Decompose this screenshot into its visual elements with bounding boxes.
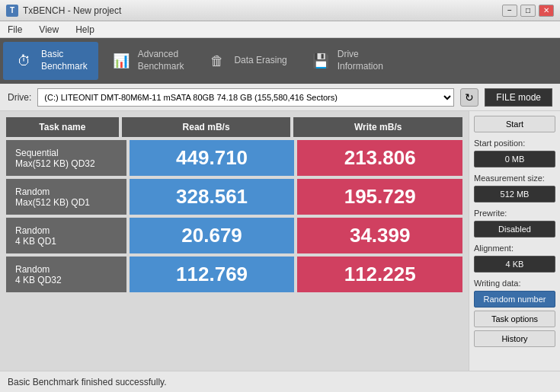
- advanced-benchmark-icon: 📊: [110, 50, 132, 72]
- menu-file[interactable]: File: [3, 23, 27, 37]
- maximize-button[interactable]: □: [520, 5, 536, 17]
- row3-read: 20.679: [130, 218, 295, 253]
- toolbar-basic-benchmark[interactable]: ⏱ Basic Benchmark: [3, 42, 98, 80]
- basic-benchmark-icon: ⏱: [14, 50, 35, 72]
- row3-name: Random 4 KB QD1: [6, 218, 126, 253]
- row2-name-line2: Max(512 KB) QD1: [15, 197, 90, 208]
- drive-information-icon: 💾: [310, 50, 331, 72]
- data-erasing-line1: Data Erasing: [234, 55, 286, 67]
- window-title: TxBENCH - New project: [23, 5, 121, 16]
- drive-information-line2: Information: [338, 61, 383, 73]
- header-read: Read mB/s: [122, 117, 291, 137]
- row1-read: 449.710: [130, 140, 295, 176]
- row4-name: Random 4 KB QD32: [6, 257, 126, 292]
- toolbar-advanced-benchmark[interactable]: 📊 Advanced Benchmark: [100, 42, 195, 80]
- table-row: Random Max(512 KB) QD1 328.561 195.729: [6, 179, 462, 215]
- file-mode-button[interactable]: FILE mode: [485, 88, 552, 107]
- advanced-benchmark-line1: Advanced: [138, 49, 184, 61]
- row4-name-line1: Random: [15, 264, 62, 275]
- toolbar-drive-information[interactable]: 💾 Drive Information: [299, 42, 394, 80]
- menu-view[interactable]: View: [34, 23, 63, 37]
- toolbar-data-erasing[interactable]: 🗑 Data Erasing: [196, 42, 297, 80]
- table-row: Random 4 KB QD32 112.769 112.225: [6, 257, 462, 292]
- advanced-benchmark-line2: Benchmark: [138, 61, 184, 73]
- window-controls: − □ ✕: [502, 5, 554, 17]
- row4-read: 112.769: [130, 257, 295, 292]
- task-options-button[interactable]: Task options: [474, 311, 555, 327]
- row4-write: 112.225: [297, 257, 462, 292]
- menu-bar: File View Help: [0, 21, 560, 38]
- history-button[interactable]: History: [474, 330, 555, 347]
- basic-benchmark-line2: Benchmark: [41, 61, 88, 73]
- sidebar: Start Start position: 0 MB Measurement s…: [469, 111, 560, 371]
- row1-name-line2: Max(512 KB) QD32: [15, 158, 95, 169]
- drive-label: Drive:: [8, 92, 31, 103]
- alignment-label: Alignment:: [474, 244, 555, 253]
- alignment-value: 4 KB: [474, 256, 555, 272]
- close-button[interactable]: ✕: [539, 5, 554, 17]
- table-header: Task name Read mB/s Write mB/s: [6, 117, 462, 137]
- benchmark-table: Task name Read mB/s Write mB/s Sequentia…: [0, 111, 469, 371]
- data-erasing-icon: 🗑: [206, 50, 228, 72]
- table-row: Random 4 KB QD1 20.679 34.399: [6, 218, 462, 253]
- header-write: Write mB/s: [293, 117, 462, 137]
- row2-name: Random Max(512 KB) QD1: [6, 179, 126, 215]
- drive-information-line1: Drive: [338, 49, 383, 61]
- prewrite-value: Disabled: [474, 221, 555, 237]
- drive-select[interactable]: (C:) LITEONIT DMT-80M6M-11 mSATA 80GB 74…: [37, 88, 454, 107]
- basic-benchmark-line1: Basic: [41, 49, 88, 61]
- row1-name: Sequential Max(512 KB) QD32: [6, 140, 126, 176]
- row4-name-line2: 4 KB QD32: [15, 275, 62, 285]
- start-position-label: Start position:: [474, 139, 555, 148]
- status-bar: Basic Benchmark finished successfully.: [0, 371, 560, 392]
- title-bar: T TxBENCH - New project − □ ✕: [0, 0, 560, 21]
- header-task-name: Task name: [6, 117, 119, 137]
- toolbar: ⏱ Basic Benchmark 📊 Advanced Benchmark 🗑…: [0, 38, 560, 84]
- writing-data-value: Random number: [474, 291, 555, 308]
- writing-data-label: Writing data:: [474, 279, 555, 288]
- menu-help[interactable]: Help: [71, 23, 99, 37]
- title-bar-left: T TxBENCH - New project: [6, 5, 121, 17]
- table-row: Sequential Max(512 KB) QD32 449.710 213.…: [6, 140, 462, 176]
- row3-name-line2: 4 KB QD1: [15, 236, 56, 247]
- start-button[interactable]: Start: [474, 116, 555, 132]
- row1-write: 213.806: [297, 140, 462, 176]
- main-content: Task name Read mB/s Write mB/s Sequentia…: [0, 111, 560, 371]
- row2-name-line1: Random: [15, 186, 90, 197]
- measurement-size-label: Measurement size:: [474, 174, 555, 183]
- row3-write: 34.399: [297, 218, 462, 253]
- measurement-size-value: 512 MB: [474, 186, 555, 202]
- prewrite-label: Prewrite:: [474, 209, 555, 218]
- row3-name-line1: Random: [15, 225, 56, 236]
- app-icon: T: [6, 5, 18, 17]
- status-message: Basic Benchmark finished successfully.: [8, 377, 167, 387]
- row2-write: 195.729: [297, 179, 462, 215]
- refresh-button[interactable]: ↻: [460, 88, 478, 107]
- row1-name-line1: Sequential: [15, 148, 95, 158]
- drive-bar: Drive: (C:) LITEONIT DMT-80M6M-11 mSATA …: [0, 84, 560, 111]
- minimize-button[interactable]: −: [502, 5, 517, 17]
- row2-read: 328.561: [130, 179, 295, 215]
- start-position-value: 0 MB: [474, 151, 555, 167]
